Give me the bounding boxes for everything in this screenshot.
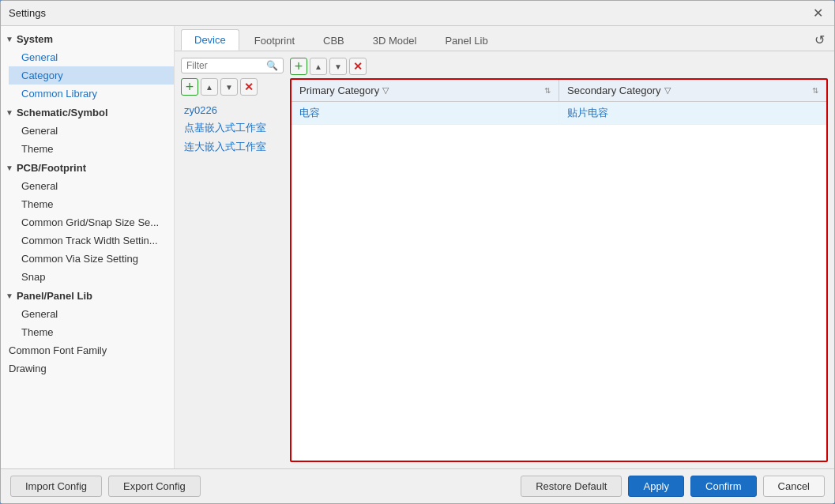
sidebar-item-common-library[interactable]: Common Library (9, 85, 174, 103)
confirm-button[interactable]: Confirm (690, 476, 757, 497)
sidebar-item-pcb-theme[interactable]: Theme (9, 195, 174, 213)
filter-list-item[interactable]: zy0226 (181, 102, 284, 118)
filter-input-wrap[interactable]: 🔍 (181, 58, 284, 73)
title-bar: Settings ✕ (1, 1, 834, 26)
sidebar-item-pcb-general[interactable]: General (9, 177, 174, 195)
settings-dialog: Settings ✕ ▼ System General Category Com… (0, 0, 835, 504)
arrow-icon-pcb: ▼ (6, 164, 13, 172)
tab-3dmodel[interactable]: 3D Model (359, 30, 431, 51)
category-table: Primary Category ▽ ⇅ Secondary Category … (290, 78, 828, 462)
dialog-footer: Import Config Export Config Restore Defa… (1, 468, 834, 503)
col-secondary-label: Secondary Category (567, 85, 661, 96)
search-icon: 🔍 (266, 60, 278, 71)
sidebar-item-panel-general[interactable]: General (9, 305, 174, 323)
right-toolbar: + ▲ ▼ ✕ (290, 58, 828, 75)
sidebar-item-sch-general[interactable]: General (9, 122, 174, 140)
delete-button-right[interactable]: ✕ (349, 58, 367, 75)
add-button-left[interactable]: + (181, 78, 198, 96)
down-button-right[interactable]: ▼ (329, 58, 347, 75)
sidebar-item-sch-theme[interactable]: Theme (9, 140, 174, 158)
filter-icon-secondary: ▽ (664, 85, 671, 96)
arrow-icon: ▼ (6, 35, 13, 43)
sort-secondary[interactable]: ⇅ (812, 86, 818, 95)
apply-button[interactable]: Apply (628, 476, 684, 497)
close-button[interactable]: ✕ (810, 6, 826, 21)
sidebar-item-pcb-track[interactable]: Common Track Width Settin... (9, 231, 174, 250)
arrow-icon-schematic: ▼ (6, 108, 13, 117)
refresh-button[interactable]: ↺ (811, 31, 828, 49)
sidebar-schematic-children: General Theme (1, 122, 174, 158)
left-action-row: + ▲ ▼ ✕ (181, 78, 284, 96)
restore-default-button[interactable]: Restore Default (521, 476, 622, 497)
tab-footprint[interactable]: Footprint (241, 30, 308, 51)
main-content: Device Footprint CBB 3D Model Panel Lib … (175, 26, 834, 468)
filter-panel: 🔍 + ▲ ▼ ✕ zy0226 点基嵌入式工作室 连大嵌入式工作室 (181, 58, 284, 462)
col-primary-label: Primary Category (299, 85, 379, 96)
filter-list: zy0226 点基嵌入式工作室 连大嵌入式工作室 (181, 102, 284, 462)
table-panel: + ▲ ▼ ✕ Primary Cate (290, 58, 828, 462)
filter-icon-primary: ▽ (382, 85, 389, 96)
sidebar-item-pcb-via[interactable]: Common Via Size Setting (9, 250, 174, 268)
col-header-primary: Primary Category ▽ ⇅ (291, 80, 559, 101)
table-header: Primary Category ▽ ⇅ Secondary Category … (291, 80, 826, 102)
filter-list-item[interactable]: 点基嵌入式工作室 (181, 118, 284, 137)
sidebar-item-category[interactable]: Category (9, 66, 174, 85)
up-button-left[interactable]: ▲ (201, 78, 218, 96)
sidebar-group-system[interactable]: ▼ System (1, 29, 174, 48)
content-area: 🔍 + ▲ ▼ ✕ zy0226 点基嵌入式工作室 连大嵌入式工作室 (175, 51, 834, 468)
sidebar-panel-children: General Theme (1, 305, 174, 341)
tab-cbb[interactable]: CBB (310, 30, 358, 51)
tabs-bar: Device Footprint CBB 3D Model Panel Lib … (175, 26, 834, 51)
sidebar-item-common-font[interactable]: Common Font Family (1, 341, 174, 359)
tab-panelLib[interactable]: Panel Lib (431, 30, 501, 51)
sidebar-group-system-label: System (17, 33, 53, 45)
sidebar-group-pcb-label: PCB/Footprint (17, 162, 86, 174)
sidebar-system-children: General Category Common Library (1, 48, 174, 103)
sidebar-group-pcb[interactable]: ▼ PCB/Footprint (1, 158, 174, 177)
delete-button-left[interactable]: ✕ (240, 78, 258, 96)
add-button-right[interactable]: + (290, 58, 307, 75)
cancel-button[interactable]: Cancel (763, 476, 825, 497)
sidebar: ▼ System General Category Common Library… (1, 26, 175, 468)
col-header-secondary: Secondary Category ▽ ⇅ (559, 80, 826, 101)
dialog-title: Settings (9, 7, 46, 19)
dialog-body: ▼ System General Category Common Library… (1, 26, 834, 468)
export-config-button[interactable]: Export Config (108, 476, 201, 497)
sidebar-group-schematic[interactable]: ▼ Schematic/Symbol (1, 103, 174, 122)
footer-right: Restore Default Apply Confirm Cancel (521, 476, 825, 497)
sidebar-item-panel-theme[interactable]: Theme (9, 323, 174, 341)
sidebar-item-general[interactable]: General (9, 48, 174, 66)
filter-input[interactable] (186, 60, 266, 71)
sidebar-item-drawing[interactable]: Drawing (1, 359, 174, 378)
filter-list-item[interactable]: 连大嵌入式工作室 (181, 137, 284, 156)
import-config-button[interactable]: Import Config (10, 476, 102, 497)
tabs-list: Device Footprint CBB 3D Model Panel Lib (181, 29, 503, 51)
sidebar-item-pcb-grid[interactable]: Common Grid/Snap Size Se... (9, 213, 174, 231)
arrow-icon-panel: ▼ (6, 291, 13, 300)
cell-secondary: 贴片电容 (559, 102, 826, 124)
sidebar-group-panel[interactable]: ▼ Panel/Panel Lib (1, 286, 174, 305)
table-row[interactable]: 电容 贴片电容 (291, 102, 826, 125)
cell-primary: 电容 (291, 102, 559, 124)
sidebar-group-schematic-label: Schematic/Symbol (17, 107, 108, 118)
right-action-row: + ▲ ▼ ✕ (290, 58, 367, 75)
footer-left: Import Config Export Config (10, 476, 201, 497)
sort-primary[interactable]: ⇅ (544, 86, 551, 95)
sidebar-pcb-children: General Theme Common Grid/Snap Size Se..… (1, 177, 174, 286)
up-button-right[interactable]: ▲ (310, 58, 327, 75)
down-button-left[interactable]: ▼ (220, 78, 238, 96)
sidebar-group-panel-label: Panel/Panel Lib (17, 290, 92, 302)
tab-device[interactable]: Device (181, 29, 239, 51)
sidebar-item-pcb-snap[interactable]: Snap (9, 268, 174, 286)
